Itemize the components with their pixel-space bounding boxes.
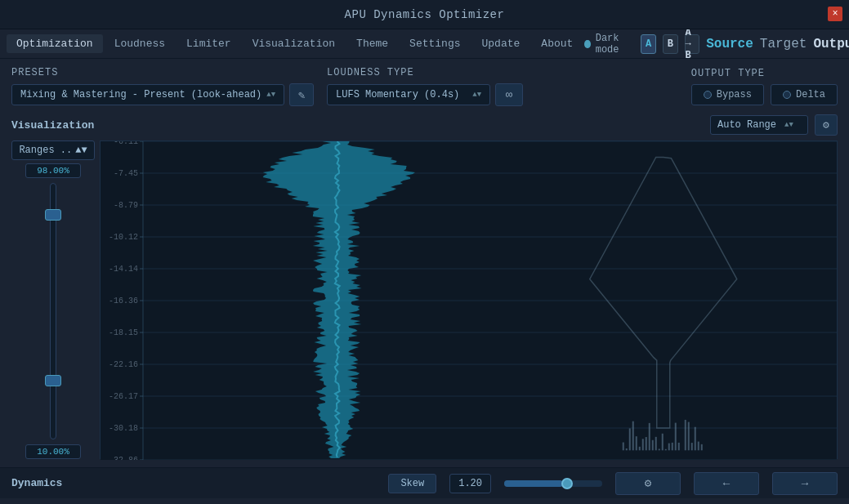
mode-btn-ab[interactable]: A → B (685, 34, 700, 54)
skew-value-display: 1.20 (449, 474, 491, 493)
close-button[interactable]: × (828, 7, 842, 21)
menu-item-visualization[interactable]: Visualization (243, 34, 345, 53)
controls-row: Presets Mixing & Mastering - Present (lo… (11, 67, 838, 106)
bypass-radio (704, 91, 712, 99)
dark-mode-label: Dark mode (596, 33, 635, 56)
chart-area (100, 140, 838, 459)
title-bar: APU Dynamics Optimizer × (0, 0, 849, 29)
source-label[interactable]: Source (706, 37, 753, 51)
menu-item-loudness[interactable]: Loudness (105, 34, 175, 53)
mode-btn-b[interactable]: B (663, 34, 678, 54)
menu-item-limiter[interactable]: Limiter (177, 34, 241, 53)
visualization-header: Visualization Auto Range ▲▼ ⚙ (11, 114, 838, 136)
range-arrows: ▲▼ (75, 145, 87, 156)
menu-bar: Optimization Loudness Limiter Visualizat… (0, 29, 849, 59)
main-content: Presets Mixing & Mastering - Present (lo… (0, 59, 849, 467)
loudness-section: Loudness type LUFS Momentary (0.4s) ▲▼ ∞ (327, 67, 523, 106)
bypass-label: Bypass (717, 89, 752, 100)
dynamics-label: Dynamics (11, 477, 62, 489)
slider-bottom-value: 10.00% (25, 444, 81, 459)
mode-btn-a[interactable]: A (641, 34, 656, 54)
skew-slider[interactable] (504, 480, 602, 487)
output-section: Output type Bypass Delta (691, 68, 838, 105)
dark-mode-toggle[interactable]: Dark mode (584, 33, 634, 56)
preset-edit-button[interactable]: ✎ (289, 83, 314, 106)
dynamics-gear-button[interactable]: ⚙ (615, 472, 681, 495)
app-title: APU Dynamics Optimizer (345, 8, 505, 21)
presets-section: Presets Mixing & Mastering - Present (lo… (11, 67, 314, 106)
bypass-button[interactable]: Bypass (691, 84, 764, 105)
delta-label: Delta (796, 89, 825, 100)
loudness-select-group: LUFS Momentary (0.4s) ▲▼ ∞ (327, 83, 523, 106)
menu-item-settings[interactable]: Settings (400, 34, 470, 53)
delta-radio (783, 91, 791, 99)
preset-dropdown[interactable]: Mixing & Mastering - Present (look-ahead… (11, 84, 284, 105)
auto-range-dropdown[interactable]: Auto Range ▲▼ (710, 115, 808, 135)
visualization-controls: Auto Range ▲▼ ⚙ (710, 114, 838, 136)
loudness-value: LUFS Momentary (0.4s) (336, 89, 459, 100)
loudness-label: Loudness type (327, 67, 523, 78)
menu-item-theme[interactable]: Theme (346, 34, 398, 53)
preset-value: Mixing & Mastering - Present (look-ahead… (20, 89, 261, 100)
range-value: Ranges .. (19, 145, 72, 156)
range-dropdown[interactable]: Ranges .. ▲▼ (11, 140, 94, 160)
visualization-area: Ranges .. ▲▼ 98.00% 10.00% (11, 140, 838, 459)
preset-select-group: Mixing & Mastering - Present (look-ahead… (11, 83, 314, 106)
skew-button[interactable]: Skew (388, 474, 436, 493)
slider-section: Ranges .. ▲▼ 98.00% 10.00% (11, 140, 100, 459)
menu-right: Dark mode A B A → B Source Target Output (584, 33, 849, 56)
menu-item-update[interactable]: Update (472, 34, 530, 53)
loudness-dropdown[interactable]: LUFS Momentary (0.4s) ▲▼ (327, 84, 490, 105)
visualization-label: Visualization (11, 119, 94, 132)
auto-range-arrows: ▲▼ (784, 121, 793, 129)
skew-slider-thumb[interactable] (561, 478, 573, 489)
main-chart-canvas (101, 141, 837, 460)
next-button[interactable]: → (772, 472, 838, 495)
prev-button[interactable]: ← (694, 472, 759, 495)
loudness-arrows: ▲▼ (472, 91, 481, 99)
menu-item-optimization[interactable]: Optimization (7, 34, 103, 53)
output-label[interactable]: Output (813, 37, 849, 51)
output-label-text: Output type (691, 68, 838, 79)
visualization-gear-button[interactable]: ⚙ (815, 114, 838, 136)
output-buttons-group: Bypass Delta (691, 84, 838, 105)
presets-label: Presets (11, 67, 314, 78)
dynamics-bar: Dynamics Skew 1.20 ⚙ ← → (0, 467, 849, 498)
auto-range-value: Auto Range (717, 119, 776, 131)
slider-thumb-bottom[interactable] (45, 375, 61, 386)
slider-top-value: 98.00% (25, 163, 81, 178)
loudness-link-button[interactable]: ∞ (495, 83, 523, 106)
vertical-slider[interactable] (50, 183, 56, 439)
skew-slider-fill (504, 480, 563, 487)
slider-thumb-top[interactable] (45, 209, 61, 221)
preset-arrows: ▲▼ (266, 91, 275, 99)
target-label[interactable]: Target (760, 37, 807, 51)
menu-item-about[interactable]: About (531, 34, 583, 53)
delta-button[interactable]: Delta (771, 84, 838, 105)
dark-mode-dot (584, 40, 590, 48)
